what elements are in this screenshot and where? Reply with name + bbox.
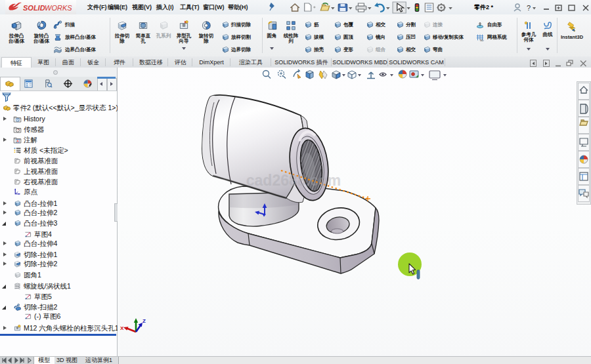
svg-text:cad2688.com: cad2688.com: [246, 172, 341, 189]
svg-text:Z: Z: [142, 318, 146, 324]
svg-text:WORKS: WORKS: [45, 4, 72, 12]
svg-text:X: X: [120, 325, 124, 331]
svg-text:SOLID: SOLID: [23, 4, 45, 12]
svg-text:?: ?: [527, 4, 531, 12]
